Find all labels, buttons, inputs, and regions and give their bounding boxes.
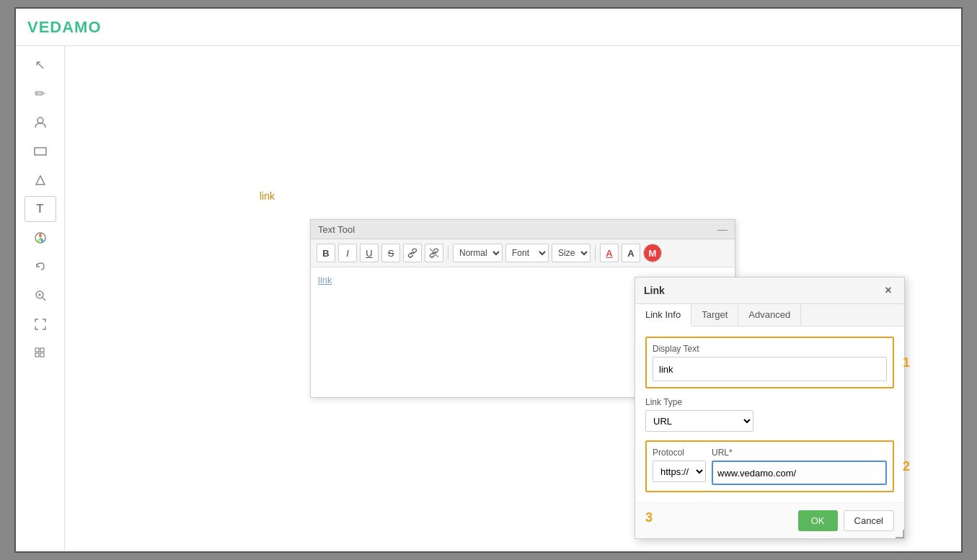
tab-link-info[interactable]: Link Info	[635, 304, 691, 326]
grid-tool[interactable]	[25, 340, 56, 366]
link-dialog-title: Link	[644, 285, 665, 296]
tab-target[interactable]: Target	[691, 304, 738, 326]
underline-button[interactable]: U	[360, 244, 379, 262]
text-tool-toolbar: B I U S Normal Font	[311, 239, 735, 267]
text-tool-header: Text Tool —	[311, 220, 735, 239]
top-bar: VEDAMO	[16, 9, 961, 46]
display-text-input[interactable]	[653, 357, 887, 381]
main-area: ↖ ✏ T	[16, 46, 961, 551]
link-type-label: Link Type	[645, 397, 894, 407]
protocol-url-group: Protocol https:// http:// ftp:// URL*	[645, 440, 894, 492]
canvas-link-label: link	[260, 190, 275, 202]
display-text-group: Display Text 1	[645, 337, 894, 388]
app-logo: VEDAMO	[27, 18, 102, 37]
text-tool-title: Text Tool	[318, 224, 355, 235]
protocol-label: Protocol	[653, 448, 706, 458]
link-type-group: Link Type URL Anchor E-mail	[645, 397, 894, 432]
svg-rect-11	[40, 353, 44, 357]
ok-button[interactable]: OK	[798, 510, 838, 531]
mc-button[interactable]: M	[643, 244, 662, 262]
sidebar: ↖ ✏ T	[16, 46, 65, 551]
resize-handle[interactable]	[896, 530, 904, 538]
user-tool[interactable]	[25, 110, 56, 135]
select-tool[interactable]: ↖	[25, 52, 56, 78]
cancel-button[interactable]: Cancel	[844, 510, 894, 531]
unlink-button[interactable]	[425, 244, 443, 262]
url-label: URL*	[712, 448, 887, 458]
text-tool-btn[interactable]: T	[25, 196, 56, 222]
svg-rect-1	[35, 148, 46, 155]
bg-color-button[interactable]: A	[622, 244, 640, 262]
svg-rect-9	[40, 348, 44, 352]
url-group: URL*	[712, 448, 887, 485]
step-3-label: 3	[645, 510, 653, 525]
link-dialog: Link × Link Info Target Advanced Display…	[635, 277, 905, 539]
display-text-label: Display Text	[653, 344, 887, 354]
svg-marker-2	[36, 176, 45, 185]
zoom-tool[interactable]	[25, 283, 56, 308]
protocol-select[interactable]: https:// http:// ftp://	[653, 461, 706, 482]
font-color-button[interactable]: A	[600, 244, 619, 262]
step-1-label: 1	[903, 355, 910, 370]
protocol-group: Protocol https:// http:// ftp://	[653, 448, 706, 482]
text-content-link[interactable]: link	[318, 275, 332, 285]
svg-line-5	[43, 298, 45, 301]
style-select[interactable]: Normal	[453, 244, 503, 262]
italic-button[interactable]: I	[338, 244, 357, 262]
svg-rect-10	[35, 353, 39, 357]
app-frame: VEDAMO ↖ ✏ T	[14, 7, 963, 553]
step-2-label: 2	[903, 459, 910, 474]
link-type-select[interactable]: URL Anchor E-mail	[645, 410, 753, 432]
eraser-tool[interactable]	[25, 167, 56, 193]
link-dialog-header: Link ×	[635, 277, 904, 304]
protocol-url-row: Protocol https:// http:// ftp:// URL*	[653, 448, 887, 485]
link-dialog-footer: 3 OK Cancel	[635, 502, 904, 538]
size-select[interactable]: Size	[552, 244, 591, 262]
rectangle-tool[interactable]	[25, 138, 56, 164]
link-button[interactable]	[403, 244, 422, 262]
svg-point-0	[37, 117, 43, 123]
tab-advanced[interactable]: Advanced	[738, 304, 801, 326]
color-tool[interactable]	[25, 225, 56, 251]
pencil-tool[interactable]: ✏	[25, 81, 56, 107]
url-input[interactable]	[713, 462, 885, 484]
link-tabs: Link Info Target Advanced	[635, 304, 904, 326]
link-dialog-body: Display Text 1 Link Type URL Anchor E-ma…	[635, 326, 904, 502]
font-select[interactable]: Font	[505, 244, 549, 262]
text-tool-minimize-btn[interactable]: —	[717, 223, 728, 235]
strikethrough-button[interactable]: S	[381, 244, 400, 262]
svg-rect-8	[35, 348, 39, 352]
fit-tool[interactable]	[25, 311, 56, 337]
undo-tool[interactable]	[25, 254, 56, 280]
bold-button[interactable]: B	[317, 244, 335, 262]
canvas-area: link Text Tool — B I U S	[65, 46, 961, 551]
link-dialog-close-btn[interactable]: ×	[881, 283, 896, 298]
